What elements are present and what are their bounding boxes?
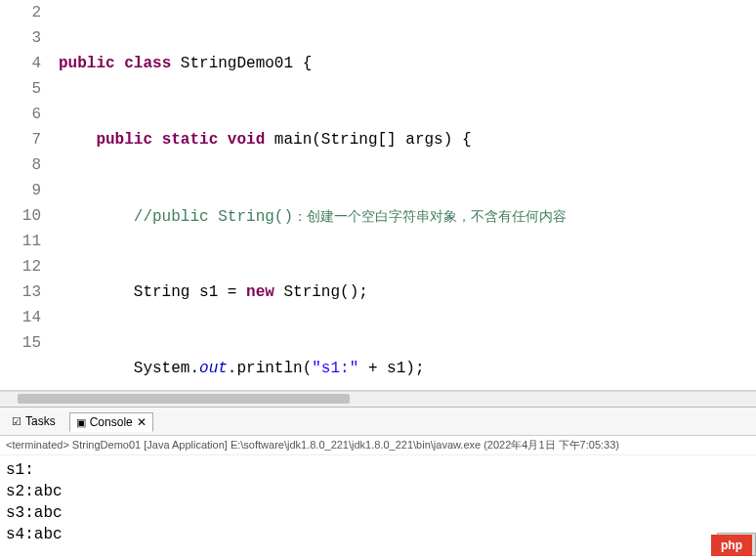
panel-tabs: ☑ Tasks ▣ Console ✕ <box>0 408 756 436</box>
horizontal-scrollbar[interactable] <box>0 391 756 407</box>
console-line: s4:abc <box>6 524 750 545</box>
console-line: s3:abc <box>6 502 750 524</box>
code-line[interactable]: //public String()：创建一个空白字符串对象，不含有任何内容 <box>55 203 756 229</box>
code-editor[interactable]: 2 3 4 5 6 7 8 9 10 11 12 13 14 15 public… <box>0 0 756 391</box>
line-number: 5 <box>0 76 41 102</box>
code-line[interactable]: public class StringDemo01 { <box>55 51 756 76</box>
line-number: 11 <box>0 229 41 254</box>
line-number: 4 <box>0 51 41 76</box>
code-line[interactable]: String s1 = new String(); <box>55 280 756 305</box>
php-watermark: php <box>711 535 752 556</box>
code-line[interactable]: public static void main(String[] args) { <box>55 127 756 152</box>
close-icon[interactable]: ✕ <box>137 415 147 429</box>
console-icon: ▣ <box>76 416 86 429</box>
line-number: 12 <box>0 254 41 280</box>
tab-console[interactable]: ▣ Console ✕ <box>69 412 153 432</box>
console-output[interactable]: s1: s2:abc s3:abc s4:abc <box>0 455 756 549</box>
tab-label: Console <box>90 415 133 429</box>
line-number-gutter: 2 3 4 5 6 7 8 9 10 11 12 13 14 15 <box>0 0 55 390</box>
code-line[interactable]: System.out.println("s1:" + s1); <box>55 356 756 381</box>
line-number: 9 <box>0 178 41 203</box>
line-number: 10 <box>0 203 41 229</box>
bottom-panel: ☑ Tasks ▣ Console ✕ <terminated> StringD… <box>0 407 756 549</box>
tasks-icon: ☑ <box>12 415 21 428</box>
line-number: 8 <box>0 152 41 178</box>
line-number: 14 <box>0 305 41 330</box>
line-number: 2 <box>0 0 41 25</box>
line-number: 3 <box>0 25 41 51</box>
terminated-status: <terminated> StringDemo01 [Java Applicat… <box>0 436 756 455</box>
line-number: 15 <box>0 330 41 356</box>
line-number: 6 <box>0 102 41 127</box>
console-line: s1: <box>6 459 750 481</box>
tab-tasks[interactable]: ☑ Tasks <box>6 412 62 430</box>
code-area[interactable]: public class StringDemo01 { public stati… <box>55 0 756 390</box>
line-number: 13 <box>0 280 41 305</box>
line-number: 7 <box>0 127 41 152</box>
console-line: s2:abc <box>6 481 750 502</box>
tab-label: Tasks <box>25 414 56 428</box>
